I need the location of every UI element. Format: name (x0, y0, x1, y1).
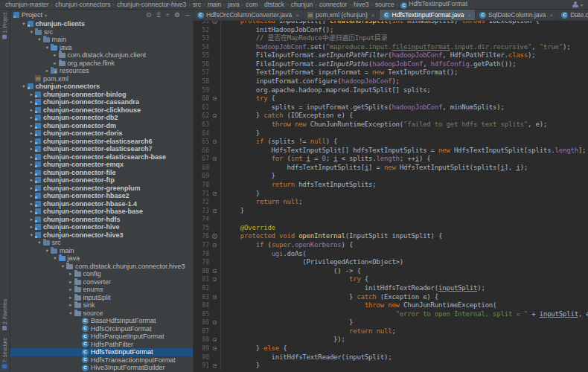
tree-row[interactable]: CHdfsTransactionInputFormat (10, 356, 193, 365)
chevron-right-icon[interactable]: ▸ (52, 52, 59, 58)
chevron-right-icon[interactable]: ▸ (68, 279, 74, 285)
breadcrumb-item[interactable]: chunjun (290, 1, 315, 8)
chevron-right-icon[interactable]: ▸ (28, 123, 35, 129)
tree-row[interactable]: ▸config (10, 270, 193, 278)
tree-row[interactable]: ▸chunjun-connector-hbase-1.4 (10, 200, 193, 208)
tree-row[interactable]: ▸chunjun-connector-clickhouse (10, 106, 193, 115)
chevron-right-icon[interactable]: ▸ (28, 224, 35, 230)
chevron-down-icon[interactable]: ▾ (44, 45, 51, 51)
fold-marker-icon[interactable] (213, 140, 217, 144)
tree-row[interactable]: CHdfsPathFilter (10, 341, 193, 349)
fold-marker-icon[interactable] (213, 192, 217, 196)
breadcrumb-item[interactable]: hive3 (352, 1, 370, 8)
chevron-right-icon[interactable]: ▸ (28, 138, 35, 144)
collapse-all-icon[interactable]: Ξ (156, 11, 161, 19)
fold-marker-icon[interactable] (213, 114, 217, 118)
fold-marker-icon[interactable] (213, 364, 217, 368)
tree-row[interactable]: ▾chunjun-connector-hive3 (10, 231, 193, 240)
chevron-down-icon[interactable]: ▾ (21, 83, 28, 89)
chevron-right-icon[interactable]: ▸ (28, 170, 35, 176)
tree-row[interactable]: CHdfsParquetInputFormat (10, 333, 193, 341)
chevron-down-icon[interactable]: ▾ (52, 255, 59, 261)
chevron-down-icon[interactable]: ▾ (36, 36, 43, 42)
override-marker-icon[interactable]: ↑ (212, 21, 217, 24)
breadcrumb-item[interactable]: main (206, 1, 223, 8)
tree-row[interactable]: ▸chunjun-connector-binlog (10, 91, 193, 99)
fold-marker-icon[interactable] (213, 157, 217, 161)
tree-row[interactable]: ▸chunjun-connector-elasticsearch7 (10, 145, 193, 153)
chevron-down-icon[interactable]: ▾ (60, 263, 66, 269)
tree-row[interactable]: ▸inputSplit (10, 294, 193, 302)
tool-window-button-7-structure[interactable]: 7: Structure (2, 338, 7, 369)
close-icon[interactable]: × (295, 12, 299, 19)
chevron-right-icon[interactable]: ▸ (28, 92, 35, 97)
tool-window-button-1-project[interactable]: 1: Project (2, 13, 7, 39)
breadcrumb-item[interactable]: chunjun-connector-hive3 (115, 1, 188, 8)
tree-row[interactable]: ▸chunjun-connector-file (10, 169, 193, 177)
editor-tab[interactable]: CHdfsOrcColumnConverter.java× (194, 10, 304, 20)
tree-row[interactable]: ▸resources (10, 67, 193, 75)
tree-row[interactable]: ▸chunjun-connector-elasticsearch-base (10, 153, 193, 161)
chevron-down-icon[interactable]: ▾ (68, 310, 74, 316)
chevron-right-icon[interactable]: ▸ (28, 177, 35, 183)
tree-row[interactable]: ▸enums (10, 286, 193, 294)
chevron-right-icon[interactable]: ▸ (28, 185, 35, 191)
tree-row[interactable]: ▾java (10, 254, 193, 263)
chevron-down-icon[interactable]: ▾ (36, 240, 43, 246)
tree-row[interactable]: ▸chunjun-connector-elasticsearch6 (10, 138, 193, 146)
tree-row[interactable]: ▸converter (10, 278, 193, 286)
tree-row[interactable]: ▾main (10, 36, 193, 44)
close-icon[interactable]: × (467, 12, 471, 19)
tree-row[interactable]: ▾src (10, 28, 193, 36)
tree-row[interactable]: ▸chunjun-connector-emqx (10, 161, 193, 169)
fold-marker-icon[interactable] (213, 97, 217, 100)
breadcrumb-item[interactable]: source (374, 1, 396, 8)
close-icon[interactable]: × (371, 12, 375, 19)
editor-tab[interactable]: CDate.class× (557, 10, 588, 20)
breadcrumb-item[interactable]: chunjun-connectors (54, 1, 112, 8)
tool-window-button-2-favorites[interactable]: 2: Favorites (2, 299, 7, 330)
fold-marker-icon[interactable] (213, 347, 217, 350)
code-editor[interactable]: 51↑ protected InputSplit[] createHdfsSpl… (194, 21, 588, 372)
locate-icon[interactable]: ⊙ (146, 11, 151, 19)
tree-row[interactable]: ▸org.apache.flink (10, 60, 193, 68)
tree-row[interactable]: ▾chunjun-clients (10, 20, 193, 28)
tree-row[interactable]: ▸chunjun-connector-db2 (10, 114, 193, 122)
chevron-right-icon[interactable]: ▸ (44, 68, 51, 74)
editor-tab[interactable]: CSqlDateColumn.java× (476, 10, 557, 20)
fold-marker-icon[interactable] (213, 278, 217, 281)
tree-row[interactable]: CBaseHdfsInputFormat (10, 317, 193, 325)
chevron-down-icon[interactable]: ▾ (28, 29, 35, 35)
fold-marker-icon[interactable] (213, 338, 217, 341)
chevron-right-icon[interactable]: ▸ (52, 60, 59, 66)
chevron-down-icon[interactable]: ▾ (21, 21, 28, 27)
project-panel-title[interactable]: Project (22, 11, 42, 19)
breadcrumb-item[interactable]: chunjun-master (4, 1, 51, 8)
chevron-right-icon[interactable]: ▸ (28, 193, 35, 199)
fold-marker-icon[interactable] (213, 321, 217, 324)
tree-row[interactable]: ▸com.dtstack.chunjun.client (10, 51, 193, 60)
tree-row[interactable]: ▾chunjun-connectors (10, 83, 193, 91)
tree-row[interactable]: ▸chunjun-connector-hdfs (10, 216, 193, 224)
chevron-down-icon[interactable]: ▾ (45, 13, 47, 18)
breadcrumb-item[interactable]: connector (318, 1, 348, 8)
tree-row[interactable]: ▾com.dtstack.chunjun.connector.hive3 (10, 263, 193, 271)
chevron-right-icon[interactable]: ▸ (68, 302, 74, 308)
tree-row[interactable]: ▸chunjun-connector-dm (10, 122, 193, 130)
chevron-right-icon[interactable]: ▸ (68, 286, 74, 292)
tree-row[interactable]: ▸chunjun-connector-doris (10, 129, 193, 138)
chevron-right-icon[interactable]: ▸ (28, 107, 35, 113)
tree-row[interactable]: ▸chunjun-connector-hive (10, 223, 193, 231)
tree-row[interactable]: CHdfsTextInputFormat (10, 348, 193, 356)
chevron-right-icon[interactable]: ▸ (28, 146, 35, 152)
fold-marker-icon[interactable] (213, 243, 217, 247)
chevron-right-icon[interactable]: ▸ (28, 201, 35, 207)
tree-row[interactable]: ▸chunjun-connector-ftp (10, 176, 193, 185)
breadcrumb-item[interactable]: com (244, 1, 259, 8)
breadcrumb-item[interactable]: src (191, 1, 202, 8)
tree-row[interactable]: ▾java (10, 44, 193, 52)
fold-marker-icon[interactable] (213, 209, 217, 213)
chevron-right-icon[interactable]: ▸ (68, 295, 74, 301)
expand-all-icon[interactable]: ÷ (166, 11, 170, 19)
tree-row[interactable]: ▾source (10, 310, 193, 318)
